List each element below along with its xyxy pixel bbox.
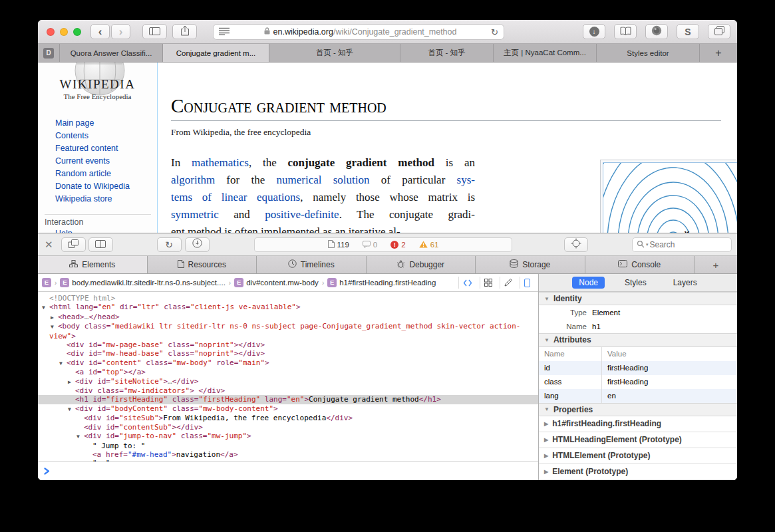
breadcrumb-item[interactable]: E — [42, 278, 51, 287]
sidebar-item-contents[interactable]: Contents — [55, 130, 130, 142]
code-line[interactable]: " Jump to: " — [38, 442, 538, 450]
reload-page-button[interactable]: ↻ — [157, 237, 182, 252]
inspector-tab-resources[interactable]: Resources — [148, 256, 257, 273]
wiki-link[interactable]: mathematics — [192, 156, 249, 169]
article-thumbnail[interactable]: x — [600, 160, 737, 233]
tab-layers[interactable]: Layers — [667, 277, 704, 289]
code-line[interactable]: <a href="#mw-head">navigation</a> — [38, 450, 538, 459]
code-line[interactable]: ▼<div id="bodyContent" class="mw-body-co… — [38, 404, 538, 414]
wiki-link[interactable]: tems of linear equations — [171, 191, 300, 203]
code-line[interactable]: ▼<html lang="en" dir="ltr" class="client… — [38, 303, 538, 312]
inspector-tab-console[interactable]: Console — [585, 256, 695, 273]
attribute-name[interactable]: lang — [539, 389, 602, 403]
element-picker-button[interactable] — [564, 237, 588, 252]
code-line[interactable]: ▶<div id="siteNotice">…</div> — [38, 377, 538, 386]
inspector-tab-debugger[interactable]: Debugger — [367, 256, 476, 273]
attribute-name[interactable]: id — [539, 361, 602, 375]
resource-count[interactable]: 119 — [328, 240, 349, 249]
reload-icon[interactable]: ↻ — [491, 27, 498, 37]
browser-tab[interactable]: 首页 - 知乎 — [400, 44, 494, 62]
grid-view-icon[interactable] — [480, 277, 496, 289]
minimize-window-button[interactable] — [60, 28, 68, 36]
code-brackets-icon[interactable] — [458, 277, 476, 289]
breadcrumb-item[interactable]: Eh1#firstHeading.firstHeading — [327, 278, 436, 287]
collapsed-triangle-icon[interactable]: ▶ — [68, 378, 75, 386]
collapsed-triangle-icon[interactable]: ▶ — [544, 469, 548, 475]
reader-icon[interactable] — [219, 27, 230, 37]
tab-styles[interactable]: Styles — [618, 277, 653, 289]
back-button[interactable]: ‹ — [90, 24, 110, 39]
expanded-triangle-icon[interactable]: ▼ — [68, 405, 75, 414]
code-line[interactable]: ▼<div id="content" class="mw-body" role=… — [38, 358, 538, 368]
reading-list-button[interactable] — [614, 24, 637, 39]
collapsed-triangle-icon[interactable]: ▶ — [544, 437, 548, 443]
code-line[interactable]: ▼<div id="jump-to-nav" class="mw-jump"> — [38, 432, 538, 441]
code-line[interactable]: ▶<head>…</head> — [38, 313, 538, 322]
inspect-element-icon[interactable] — [520, 277, 534, 289]
new-inspector-tab-button[interactable]: + — [695, 256, 737, 273]
tab-overview-button[interactable] — [708, 24, 730, 39]
forward-button[interactable]: › — [111, 24, 130, 39]
tab-node[interactable]: Node — [572, 277, 605, 289]
identity-section-header[interactable]: ▼ Identity — [539, 292, 737, 305]
downloads-button[interactable]: ↓ — [583, 24, 605, 39]
browser-tab[interactable]: 首页 - 知乎 — [269, 44, 400, 62]
extension-s-button[interactable]: S — [677, 24, 699, 39]
attribute-value[interactable]: firstHeading — [602, 378, 648, 386]
dock-side-button[interactable] — [88, 237, 113, 252]
property-row[interactable]: ▶HTMLHeadingElement (Prototype) — [539, 432, 737, 448]
address-bar[interactable]: en.wikipedia.org/wiki/Conjugate_gradient… — [213, 24, 504, 40]
pinned-tab[interactable]: D — [38, 44, 60, 62]
code-line[interactable]: ▼<body class="mediawiki ltr sitedir-ltr … — [38, 322, 538, 331]
warning-count[interactable]: 61 — [419, 241, 439, 249]
inspector-tab-storage[interactable]: Storage — [476, 256, 585, 273]
collapsed-triangle-icon[interactable]: ▶ — [544, 453, 548, 459]
attributes-section-header[interactable]: ▼ Attributes — [539, 333, 737, 346]
detach-inspector-button[interactable] — [61, 237, 86, 252]
sidebar-item-current-events[interactable]: Current events — [55, 155, 130, 168]
attribute-value[interactable]: firstHeading — [602, 364, 648, 372]
attribute-name[interactable]: class — [539, 375, 602, 389]
expanded-triangle-icon[interactable]: ▼ — [51, 323, 58, 331]
code-line[interactable]: <div id="siteSub">From Wikipedia, the fr… — [38, 414, 538, 422]
code-line[interactable]: <div id="mw-page-base" class="noprint"><… — [38, 340, 538, 349]
wiki-link[interactable]: symmetric — [171, 208, 219, 221]
extension-lens-button[interactable] — [645, 24, 668, 39]
wiki-link[interactable]: algorithm — [171, 174, 215, 186]
browser-tab[interactable]: Styles editor — [597, 44, 700, 62]
inspector-tab-timelines[interactable]: Timelines — [257, 256, 367, 273]
code-line[interactable]: <div id="mw-head-base" class="noprint"><… — [38, 349, 538, 358]
wiki-link[interactable]: sys- — [457, 174, 475, 186]
expanded-triangle-icon[interactable]: ▼ — [77, 432, 84, 441]
code-line[interactable]: view"> — [38, 332, 538, 340]
search-input[interactable] — [650, 240, 727, 249]
sidebar-item-random-article[interactable]: Random article — [55, 168, 130, 180]
code-line[interactable]: <!DOCTYPE html> — [38, 294, 538, 303]
expanded-triangle-icon[interactable]: ▼ — [42, 303, 49, 312]
sidebar-toggle-button[interactable] — [142, 24, 167, 39]
code-line[interactable]: <div class="mw-indicators"> </div> — [38, 386, 538, 395]
zoom-window-button[interactable] — [73, 28, 81, 36]
browser-tab[interactable]: Quora Answer Classifi... — [60, 44, 163, 62]
comment-count[interactable]: 0 — [363, 241, 377, 249]
browser-tab[interactable]: Conjugate gradient m... — [163, 44, 269, 62]
close-window-button[interactable] — [47, 28, 55, 36]
error-count[interactable]: ! 2 — [390, 241, 405, 249]
inspector-close-icon[interactable]: ✕ — [45, 239, 53, 249]
edit-pencil-icon[interactable] — [500, 277, 516, 289]
sidebar-item-donate-to-wikipedia[interactable]: Donate to Wikipedia — [55, 180, 130, 193]
share-button[interactable] — [172, 24, 197, 39]
inspector-search-field[interactable]: ▾ — [632, 237, 732, 252]
console-prompt[interactable] — [38, 462, 538, 480]
sidebar-item-help[interactable]: Help — [55, 229, 73, 233]
expanded-triangle-icon[interactable]: ▼ — [59, 359, 67, 368]
collapsed-triangle-icon[interactable]: ▶ — [544, 421, 548, 427]
new-tab-button[interactable]: + — [700, 44, 737, 62]
breadcrumb-item[interactable]: Ebody.mediawiki.ltr.sitedir-ltr.ns-0.ns-… — [60, 278, 226, 287]
search-scope-chevron-icon[interactable]: ▾ — [646, 242, 649, 247]
attribute-row[interactable]: idfirstHeading — [539, 361, 737, 375]
properties-section-header[interactable]: ▼ Properties — [539, 403, 737, 416]
property-row[interactable]: ▶h1#firstHeading.firstHeading — [539, 416, 737, 432]
wiki-link[interactable]: positive-definite — [265, 208, 339, 221]
attribute-row[interactable]: langen — [539, 389, 737, 403]
